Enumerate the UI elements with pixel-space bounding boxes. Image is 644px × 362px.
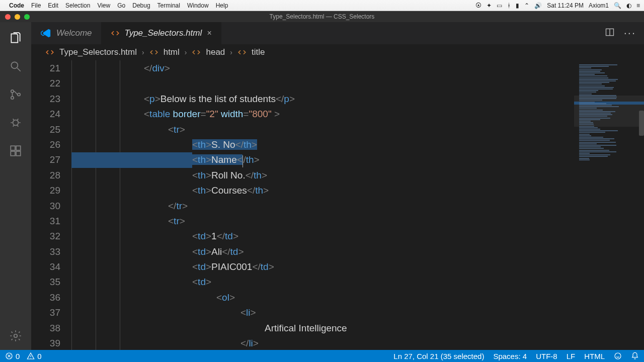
line-number: 34 [31, 259, 60, 275]
tab-active-file[interactable]: Type_Selectors.html × [102, 22, 221, 44]
svg-rect-5 [11, 146, 15, 150]
close-tab-icon[interactable]: × [207, 29, 211, 38]
status-cursor-position[interactable]: Ln 27, Col 21 (35 selected) [393, 352, 484, 360]
code-line[interactable]: <p>Below is the list of students</p> [71, 92, 574, 107]
code-line[interactable]: </div> [71, 61, 574, 76]
status-indentation[interactable]: Spaces: 4 [493, 352, 527, 360]
breadcrumb-html[interactable]: html [164, 47, 180, 57]
line-number: 33 [31, 244, 60, 259]
code-line[interactable]: <td>Ali</td> [71, 244, 574, 259]
feedback-icon[interactable] [614, 352, 622, 360]
code-line[interactable]: <th>S. No</th> [71, 137, 574, 152]
app-name[interactable]: Code [9, 2, 24, 9]
app-tray-icon[interactable]: ✦ [487, 2, 492, 9]
minimap-scrollbar[interactable] [639, 111, 644, 136]
html-file-icon [45, 48, 54, 57]
html-element-icon [192, 48, 201, 57]
record-icon[interactable]: ⦿ [475, 2, 481, 9]
breadcrumb-title[interactable]: title [252, 47, 265, 57]
extensions-icon[interactable] [9, 144, 23, 158]
battery-icon[interactable]: ▮ [516, 2, 519, 9]
code-line[interactable]: <ol> [71, 290, 574, 305]
line-number: 22 [31, 76, 60, 91]
breadcrumb[interactable]: Type_Selectors.html › html › head › titl… [31, 44, 644, 60]
menu-terminal[interactable]: Terminal [157, 2, 180, 9]
tab-welcome-label: Welcome [56, 28, 92, 38]
line-number: 35 [31, 275, 60, 290]
line-number: 37 [31, 305, 60, 320]
line-number: 24 [31, 107, 60, 122]
breadcrumb-head[interactable]: head [206, 47, 225, 57]
menu-help[interactable]: Help [216, 2, 228, 9]
editor-area[interactable]: 21222324252627282930313233343536373839 <… [31, 60, 644, 350]
bluetooth-icon[interactable]: ᚼ [507, 2, 511, 9]
settings-gear-icon[interactable] [9, 329, 23, 343]
more-actions-icon[interactable]: ··· [624, 27, 636, 40]
menu-debug[interactable]: Debug [132, 2, 150, 9]
menu-selection[interactable]: Selection [65, 2, 90, 9]
code-line[interactable]: <li> [71, 305, 574, 320]
code-line[interactable]: <th>Roll No.</th> [71, 168, 574, 183]
status-errors[interactable]: 0 [5, 352, 20, 360]
chevron-right-icon: › [230, 48, 232, 56]
wifi-icon[interactable]: ⌃ [524, 2, 529, 9]
line-number: 21 [31, 61, 60, 76]
menu-window[interactable]: Window [187, 2, 209, 9]
status-eol[interactable]: LF [567, 352, 576, 360]
status-language[interactable]: HTML [584, 352, 605, 360]
notifications-icon[interactable] [631, 352, 639, 360]
menu-go[interactable]: Go [117, 2, 125, 9]
html-element-icon [149, 48, 158, 57]
code-line[interactable]: </tr> [71, 199, 574, 214]
code-line[interactable]: <td>1</td> [71, 229, 574, 244]
svg-point-1 [11, 90, 14, 93]
clock[interactable]: Sat 11:24 PM [547, 2, 584, 9]
user-name[interactable]: Axiom1 [589, 2, 609, 9]
search-icon[interactable] [9, 59, 23, 73]
minimize-window-button[interactable] [15, 14, 20, 20]
split-editor-icon[interactable] [605, 27, 615, 39]
debug-icon[interactable] [9, 116, 23, 130]
code-line[interactable]: <th>Courses</th> [71, 183, 574, 198]
code-line[interactable]: <td> [71, 275, 574, 290]
code-line[interactable]: </li> [71, 336, 574, 350]
editor-group: Welcome Type_Selectors.html × ··· Type [31, 22, 644, 350]
line-number: 25 [31, 122, 60, 137]
maximize-window-button[interactable] [24, 14, 30, 20]
code-line[interactable]: Artifical Intelligence [71, 321, 574, 336]
code-line[interactable]: <tr> [71, 122, 574, 137]
notification-center-icon[interactable]: ≡ [636, 2, 640, 9]
menu-edit[interactable]: Edit [48, 2, 58, 9]
status-encoding[interactable]: UTF-8 [536, 352, 557, 360]
minimap[interactable] [574, 60, 644, 350]
siri-icon[interactable]: ◐ [626, 2, 631, 9]
window-titlebar: Type_Selectors.html — CSS_Selectors [0, 11, 644, 22]
spotlight-icon[interactable]: 🔍 [614, 2, 621, 9]
screen-share-icon[interactable]: ▭ [497, 2, 502, 9]
menu-file[interactable]: File [31, 2, 41, 9]
tab-welcome[interactable]: Welcome [31, 22, 102, 44]
code-line[interactable]: <th>Name</th> [71, 152, 574, 167]
svg-point-3 [18, 93, 20, 96]
menu-view[interactable]: View [97, 2, 110, 9]
activity-bar [0, 22, 31, 350]
code-line[interactable]: <td>PIAIC001</td> [71, 259, 574, 275]
line-number: 31 [31, 214, 60, 229]
code-line[interactable]: <table border="2" width="800" > [71, 107, 574, 122]
code-line[interactable] [71, 76, 574, 91]
close-window-button[interactable] [5, 14, 11, 20]
line-number-gutter: 21222324252627282930313233343536373839 [31, 60, 71, 350]
breadcrumb-file[interactable]: Type_Selectors.html [59, 47, 137, 57]
svg-point-4 [13, 120, 19, 126]
warning-count: 0 [37, 352, 41, 360]
code-line[interactable]: <tr> [71, 214, 574, 229]
source-control-icon[interactable] [9, 87, 23, 102]
status-warnings[interactable]: 0 [27, 352, 41, 360]
line-number: 36 [31, 290, 60, 305]
window-title: Type_Selectors.html — CSS_Selectors [270, 13, 375, 20]
menubar-status-icons: ⦿ ✦ ▭ ᚼ ▮ ⌃ 🔊 Sat 11:24 PM Axiom1 🔍 ◐ ≡ [475, 2, 640, 9]
explorer-icon[interactable] [9, 31, 23, 45]
volume-icon[interactable]: 🔊 [534, 2, 542, 9]
code-content[interactable]: </div><p>Below is the list of students</… [71, 60, 574, 350]
line-number: 32 [31, 229, 60, 244]
